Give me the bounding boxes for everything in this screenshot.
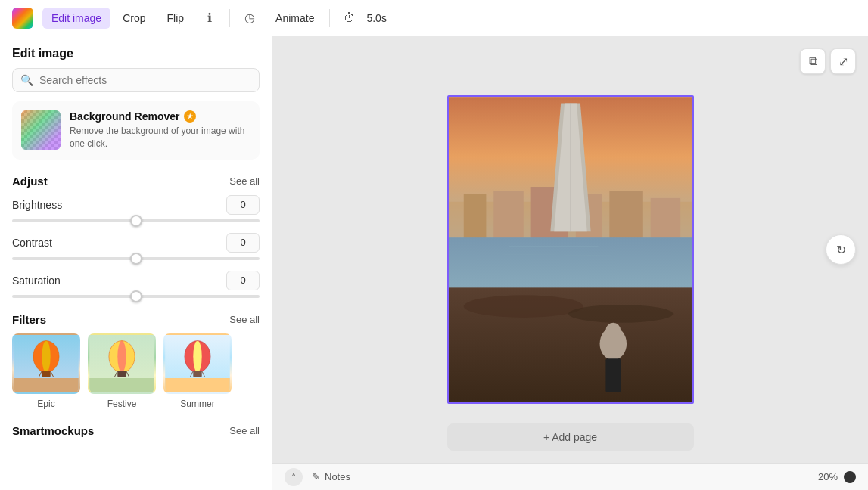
brightness-slider-track[interactable] — [12, 219, 260, 222]
smartmocks-section: Smartmockups See all — [12, 424, 260, 437]
svg-point-11 — [117, 340, 126, 372]
svg-point-39 — [463, 295, 583, 318]
brightness-row: Brightness — [12, 195, 260, 222]
animate-icon[interactable]: ◷ — [236, 5, 263, 32]
add-page-button[interactable]: + Add page — [447, 423, 694, 451]
canvas-toolbar-float: ⧉ ⤢ — [800, 48, 856, 74]
contrast-slider-thumb[interactable] — [130, 253, 142, 265]
saturation-row: Saturation — [12, 271, 260, 298]
edit-image-button[interactable]: Edit image — [42, 8, 110, 29]
svg-rect-1 — [14, 378, 79, 392]
saturation-label: Saturation — [12, 274, 61, 287]
search-icon: 🔍 — [20, 74, 33, 86]
zoom-circle — [844, 471, 856, 483]
smartmocks-see-all-button[interactable]: See all — [229, 425, 260, 436]
filter-epic-label: Epic — [37, 399, 54, 409]
canvas-content: ⧉ ⤢ ↻ — [272, 36, 868, 463]
filter-summer-thumb — [163, 333, 232, 394]
filter-summer[interactable]: Summer — [163, 333, 232, 409]
contrast-value-input[interactable] — [226, 233, 260, 253]
saturation-value-input[interactable] — [226, 271, 260, 290]
smartmocks-title: Smartmockups — [12, 424, 94, 437]
filter-summer-label: Summer — [180, 399, 214, 409]
bg-remover-info: Background Remover ★ Remove the backgrou… — [70, 110, 250, 150]
sidebar: Edit image 🔍 Background Remover ★ Remove… — [0, 36, 272, 490]
saturation-slider-track[interactable] — [12, 295, 260, 298]
contrast-slider-track[interactable] — [12, 257, 260, 260]
notes-icon: ✎ — [312, 471, 320, 482]
animate-button[interactable]: Animate — [266, 8, 323, 29]
pro-badge: ★ — [184, 110, 196, 122]
filters-see-all-button[interactable]: See all — [229, 314, 260, 325]
summer-balloon-svg — [165, 335, 230, 392]
duration-label: 5.0s — [366, 12, 386, 24]
canvas-area: ⧉ ⤢ ↻ — [272, 36, 868, 490]
contrast-label-row: Contrast — [12, 233, 260, 253]
zoom-level: 20% — [818, 471, 838, 482]
bottom-bar: ^ ✎ Notes 20% — [272, 463, 868, 490]
filter-festive-thumb — [88, 333, 156, 394]
brightness-label: Brightness — [12, 199, 62, 211]
svg-rect-21 — [193, 371, 201, 377]
brightness-label-row: Brightness — [12, 195, 260, 215]
adjust-section: Adjust See all Brightness Con — [12, 175, 260, 298]
chevron-up-button[interactable]: ^ — [285, 468, 303, 486]
filter-festive-label: Festive — [107, 399, 137, 409]
search-input[interactable] — [39, 74, 251, 86]
festive-balloon-svg — [89, 335, 154, 392]
refresh-button[interactable]: ↻ — [826, 234, 856, 265]
filters-section: Filters See all — [12, 313, 260, 409]
toolbar-divider — [229, 9, 230, 27]
crop-button[interactable]: Crop — [114, 8, 154, 29]
svg-point-3 — [42, 340, 50, 372]
search-bar[interactable]: 🔍 — [12, 68, 260, 92]
filter-festive[interactable]: Festive — [88, 333, 156, 409]
duration-icon[interactable]: ⏱ — [336, 5, 363, 32]
brightness-value-input[interactable] — [226, 195, 260, 215]
duplicate-button[interactable]: ⧉ — [800, 48, 826, 74]
filter-epic[interactable]: Epic — [12, 333, 80, 409]
adjust-title: Adjust — [12, 175, 48, 188]
bg-remover-title: Background Remover ★ — [70, 110, 250, 122]
bottom-right: 20% — [818, 471, 856, 483]
notes-button[interactable]: ✎ Notes — [312, 471, 350, 482]
sidebar-scroll: Background Remover ★ Remove the backgrou… — [0, 101, 272, 490]
brightness-slider-thumb[interactable] — [130, 215, 142, 227]
epic-balloon-svg — [14, 335, 79, 392]
smartmocks-header: Smartmockups See all — [12, 424, 260, 437]
svg-rect-13 — [117, 371, 126, 377]
add-page-bar: + Add page — [447, 423, 694, 451]
toolbar: Edit image Crop Flip ℹ ◷ Animate ⏱ 5.0s — [0, 0, 868, 36]
main-layout: Edit image 🔍 Background Remover ★ Remove… — [0, 36, 868, 490]
adjust-see-all-button[interactable]: See all — [229, 175, 260, 187]
filter-epic-thumb — [12, 333, 80, 394]
scene-svg — [449, 97, 692, 402]
contrast-label: Contrast — [12, 237, 52, 249]
contrast-row: Contrast — [12, 233, 260, 260]
svg-point-43 — [605, 323, 621, 338]
info-button[interactable]: ℹ — [196, 5, 223, 32]
svg-rect-42 — [605, 358, 621, 392]
bg-remover-card[interactable]: Background Remover ★ Remove the backgrou… — [12, 101, 260, 160]
saturation-slider-thumb[interactable] — [130, 290, 142, 302]
svg-point-40 — [568, 305, 673, 323]
filters-grid: Epic — [12, 333, 260, 409]
svg-rect-9 — [89, 378, 154, 392]
svg-rect-5 — [42, 371, 50, 377]
app-logo — [12, 8, 33, 29]
notes-label: Notes — [325, 471, 350, 482]
image-frame — [447, 95, 694, 404]
expand-button[interactable]: ⤢ — [830, 48, 856, 74]
svg-rect-17 — [165, 378, 230, 392]
filters-section-header: Filters See all — [12, 313, 260, 326]
adjust-section-header: Adjust See all — [12, 175, 260, 188]
svg-point-19 — [193, 340, 201, 372]
bg-remover-description: Remove the background of your image with… — [70, 125, 250, 150]
saturation-label-row: Saturation — [12, 271, 260, 290]
bg-remover-thumbnail — [21, 110, 61, 150]
toolbar-divider-2 — [329, 9, 330, 27]
sidebar-header: Edit image — [0, 36, 272, 68]
flip-button[interactable]: Flip — [158, 8, 194, 29]
filters-title: Filters — [12, 313, 46, 326]
